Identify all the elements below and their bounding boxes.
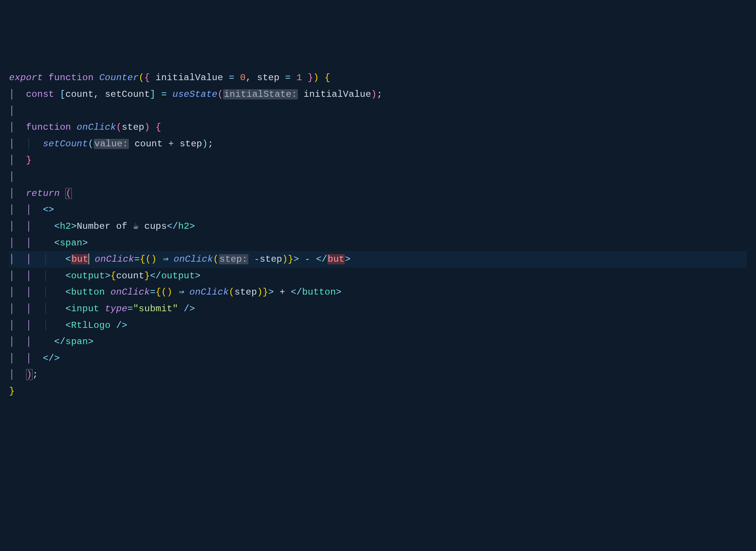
code-line-6: │ } bbox=[9, 152, 747, 169]
tag-h2-close: h2 bbox=[178, 221, 189, 231]
number-one: 1 bbox=[296, 73, 302, 83]
tag-rtl-logo: RtlLogo bbox=[71, 320, 110, 331]
tag-button-close: button bbox=[302, 287, 336, 297]
tag-h2: h2 bbox=[60, 221, 71, 231]
code-line-3: │ bbox=[9, 103, 747, 120]
param-step: step bbox=[122, 122, 144, 132]
comma: , bbox=[94, 89, 99, 99]
code-line-10: │ │ <h2>Number of ☕ cups</h2> bbox=[9, 218, 747, 235]
comma: , bbox=[246, 73, 251, 83]
tag-span: span bbox=[60, 238, 82, 248]
code-line-18: │ │ </> bbox=[9, 350, 747, 367]
semicolon: ; bbox=[208, 139, 214, 149]
emoji-coffee: ☕ bbox=[133, 221, 139, 231]
attr-on-click: onClick bbox=[110, 287, 150, 297]
text-cursor bbox=[88, 253, 89, 264]
number-zero: 0 bbox=[240, 73, 246, 83]
text-plus: + bbox=[274, 287, 291, 297]
keyword-function: function bbox=[26, 122, 71, 132]
text-number-of: Number of bbox=[77, 221, 133, 231]
text-minus: - bbox=[299, 254, 316, 264]
keyword-function: function bbox=[48, 73, 93, 83]
operator-assign: = bbox=[285, 73, 291, 83]
attr-type: type bbox=[105, 304, 127, 314]
function-name: Counter bbox=[99, 73, 138, 83]
string-submit: "submit" bbox=[133, 304, 178, 314]
tag-span-close: span bbox=[65, 337, 88, 347]
ident-step: step bbox=[180, 139, 202, 149]
code-line-8: │ return ( bbox=[9, 185, 747, 202]
code-line-12-current: │ │ │ <but onClick={() ⇒ onClick(step: -… bbox=[9, 251, 747, 268]
tag-but-error-open: but bbox=[71, 254, 89, 264]
semicolon: ; bbox=[33, 369, 38, 380]
semicolon: ; bbox=[377, 89, 383, 99]
fn-set-count: setCount bbox=[43, 139, 88, 149]
ident-set-count: setCount bbox=[105, 89, 150, 99]
code-line-13: │ │ │ <output>{count}</output> bbox=[9, 268, 747, 284]
ident-count: count bbox=[116, 271, 144, 281]
ident-step: step bbox=[234, 287, 257, 297]
tag-output-close: output bbox=[161, 271, 195, 281]
code-line-2: │ const [count, setCount] = useState(ini… bbox=[9, 86, 747, 103]
operator-assign: = bbox=[229, 73, 234, 83]
operator-plus: + bbox=[168, 139, 174, 149]
inlay-step: step: bbox=[219, 254, 249, 264]
operator-assign: = bbox=[161, 89, 167, 99]
ident-count: count bbox=[135, 139, 163, 149]
code-line-16: │ │ │ <RtlLogo /> bbox=[9, 317, 747, 334]
param-step: step bbox=[257, 73, 280, 83]
inlay-initial-state: initialState: bbox=[223, 89, 298, 99]
code-line-19: │ ); bbox=[9, 366, 747, 383]
fn-on-click: onClick bbox=[77, 122, 116, 132]
code-line-11: │ │ <span> bbox=[9, 235, 747, 251]
code-line-20: } bbox=[9, 383, 747, 400]
code-line-14: │ │ │ <button onClick={() ⇒ onClick(step… bbox=[9, 284, 747, 301]
tag-input: input bbox=[71, 304, 99, 314]
arrow-fn: ⇒ bbox=[178, 287, 184, 297]
code-editor[interactable]: export function Counter({ initialValue =… bbox=[9, 70, 747, 399]
keyword-export: export bbox=[9, 73, 43, 83]
attr-on-click: onClick bbox=[95, 254, 134, 264]
fn-on-click-call: onClick bbox=[189, 287, 229, 297]
ident-step: step bbox=[260, 254, 282, 264]
arg-initial-value: initialValue bbox=[304, 89, 371, 99]
keyword-return: return bbox=[26, 188, 60, 199]
inlay-value: value: bbox=[94, 139, 129, 149]
tag-but-error-close: but bbox=[327, 254, 345, 264]
ident-count: count bbox=[65, 89, 94, 99]
code-line-5: │ │ setCount(value: count + step); bbox=[9, 136, 747, 152]
code-line-15: │ │ │ <input type="submit" /> bbox=[9, 301, 747, 317]
fn-use-state: useState bbox=[172, 89, 217, 99]
code-line-1: export function Counter({ initialValue =… bbox=[9, 70, 747, 86]
param-initial-value: initialValue bbox=[156, 73, 223, 83]
keyword-const: const bbox=[26, 89, 54, 99]
fn-on-click-call: onClick bbox=[174, 254, 213, 264]
code-line-17: │ │ </span> bbox=[9, 334, 747, 350]
arrow-fn: ⇒ bbox=[162, 254, 168, 264]
code-line-7: │ bbox=[9, 169, 747, 185]
code-line-9: │ │ <> bbox=[9, 202, 747, 218]
tag-button: button bbox=[71, 287, 105, 297]
text-cups: cups bbox=[139, 221, 167, 231]
operator-minus: - bbox=[254, 254, 260, 264]
tag-output: output bbox=[71, 271, 105, 281]
code-line-4: │ function onClick(step) { bbox=[9, 119, 747, 136]
